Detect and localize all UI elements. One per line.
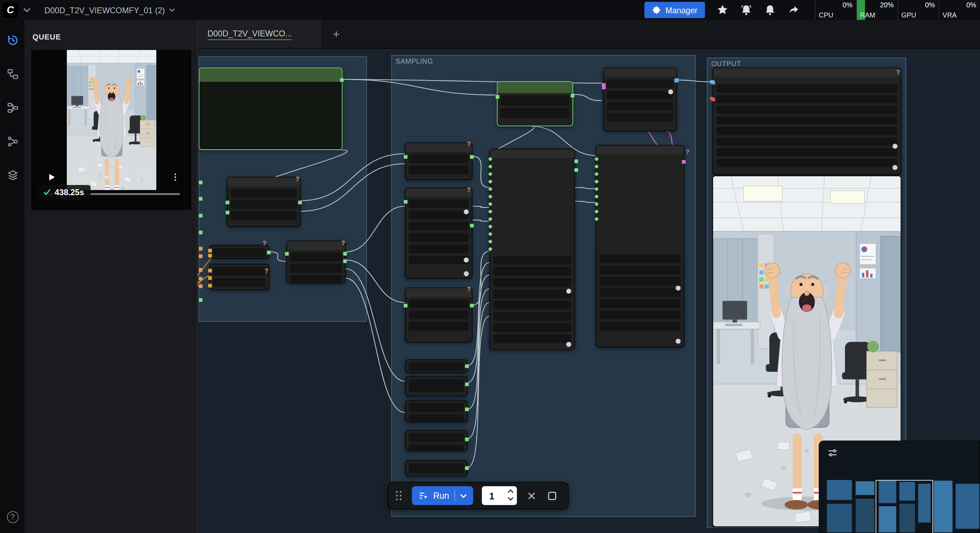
node-header[interactable] xyxy=(596,145,684,154)
cancel-run-button[interactable] xyxy=(525,490,537,501)
graph-node[interactable] xyxy=(199,67,342,150)
graph-node[interactable] xyxy=(405,400,468,423)
sidebar-item-node-library[interactable] xyxy=(0,95,25,120)
graph-node[interactable] xyxy=(596,145,684,348)
node-widget-row[interactable] xyxy=(607,113,673,122)
node-widget-row[interactable] xyxy=(409,222,469,231)
node-header[interactable] xyxy=(228,178,300,186)
graph-node[interactable] xyxy=(227,177,301,227)
node-header[interactable] xyxy=(287,241,345,250)
node-port[interactable] xyxy=(465,364,469,368)
link-port[interactable] xyxy=(199,197,202,201)
stepper-up-icon[interactable] xyxy=(507,488,514,495)
node-widget-row[interactable] xyxy=(501,108,570,118)
node-port[interactable] xyxy=(226,201,229,205)
node-port[interactable] xyxy=(208,276,212,280)
node-widget-row[interactable] xyxy=(231,189,297,197)
graph-node[interactable] xyxy=(405,376,468,396)
node-port[interactable] xyxy=(208,269,212,272)
node-port[interactable] xyxy=(465,438,469,441)
app-menu-chevron-icon[interactable] xyxy=(23,6,30,14)
node-widget-row[interactable] xyxy=(213,278,266,287)
batch-count-steppers[interactable] xyxy=(507,488,514,502)
node-widget-row[interactable] xyxy=(409,414,464,422)
node-widget-row[interactable] xyxy=(231,200,297,209)
node-widget-row[interactable] xyxy=(409,299,469,308)
node-header[interactable] xyxy=(406,143,472,152)
run-options-chevron-icon[interactable] xyxy=(460,492,467,499)
node-widget-row[interactable] xyxy=(409,433,464,442)
node-widget-row[interactable] xyxy=(409,362,464,371)
help-button[interactable]: ? xyxy=(0,504,25,529)
batch-count-input[interactable]: 1 xyxy=(482,486,517,505)
node-widget-row[interactable] xyxy=(409,322,469,331)
node-port[interactable] xyxy=(208,249,212,253)
node-widget-row[interactable] xyxy=(600,254,681,263)
node-widget-row[interactable] xyxy=(607,80,673,88)
link-port[interactable] xyxy=(199,231,202,234)
node-widget-row[interactable] xyxy=(493,334,571,343)
node-port[interactable] xyxy=(470,304,474,307)
node-output-dot[interactable] xyxy=(676,339,681,344)
node-output-dot[interactable] xyxy=(668,89,673,94)
node-port[interactable] xyxy=(226,210,229,215)
graph-node[interactable] xyxy=(405,360,468,373)
node-widget-row[interactable] xyxy=(409,256,469,264)
alert-bell-icon[interactable] xyxy=(764,4,776,16)
node-widget-row[interactable] xyxy=(607,102,673,110)
graph-node[interactable] xyxy=(405,288,473,342)
node-help-marker[interactable]: ? xyxy=(264,267,268,275)
comfyui-logo[interactable]: C xyxy=(2,2,18,18)
graph-node[interactable] xyxy=(489,149,575,350)
node-widget-row[interactable] xyxy=(409,245,469,253)
star-icon[interactable] xyxy=(716,4,729,16)
node-help-marker[interactable]: ? xyxy=(467,286,471,293)
node-widget-row[interactable] xyxy=(409,403,464,412)
node-widget-row[interactable] xyxy=(409,166,469,175)
fullscreen-button[interactable] xyxy=(135,171,148,183)
node-port[interactable] xyxy=(343,259,347,263)
node-widget-row[interactable] xyxy=(716,137,897,145)
node-port[interactable] xyxy=(285,252,289,256)
node-header[interactable] xyxy=(490,150,574,158)
node-help-marker[interactable]: ? xyxy=(296,175,299,183)
link-port[interactable] xyxy=(602,86,606,89)
link-port[interactable] xyxy=(199,180,202,184)
workflow-tab-active[interactable]: D00D_T2V_VIEWCO... xyxy=(197,20,323,48)
minimap-viewport[interactable] xyxy=(876,480,933,533)
node-port[interactable] xyxy=(404,155,407,159)
more-options-button[interactable] xyxy=(169,171,182,183)
notification-bell-icon[interactable] xyxy=(740,4,752,16)
link-port[interactable] xyxy=(199,254,202,258)
node-port[interactable] xyxy=(465,383,469,387)
node-help-marker[interactable]: ? xyxy=(262,240,267,247)
node-widget-row[interactable] xyxy=(600,322,681,331)
node-output-dot[interactable] xyxy=(676,286,681,291)
play-button[interactable] xyxy=(45,171,59,183)
node-widget-row[interactable] xyxy=(409,463,464,473)
node-widget-row[interactable] xyxy=(409,154,469,163)
node-header[interactable] xyxy=(604,68,676,77)
link-port[interactable] xyxy=(199,284,202,288)
node-widget-row[interactable] xyxy=(493,256,571,264)
node-widget-row[interactable] xyxy=(493,323,571,332)
link-port[interactable] xyxy=(710,80,714,84)
node-widget-row[interactable] xyxy=(290,264,342,272)
node-widget-row[interactable] xyxy=(409,233,469,242)
manager-button[interactable]: Manager xyxy=(644,2,705,18)
sidebar-item-queue[interactable] xyxy=(0,28,25,53)
node-widget-row[interactable] xyxy=(493,267,571,275)
node-widget-row[interactable] xyxy=(409,210,469,219)
node-port[interactable] xyxy=(267,251,271,255)
node-header[interactable] xyxy=(713,68,900,77)
node-widget-row[interactable] xyxy=(600,277,681,286)
node-widget-row[interactable] xyxy=(716,95,897,103)
graph-node[interactable] xyxy=(210,264,270,290)
node-widget-row[interactable] xyxy=(716,148,897,156)
sidebar-item-model-library[interactable] xyxy=(0,162,25,188)
node-widget-row[interactable] xyxy=(493,312,571,321)
node-port[interactable] xyxy=(682,160,686,164)
stop-button[interactable] xyxy=(546,490,558,501)
node-widget-row[interactable] xyxy=(213,267,266,275)
node-widget-row[interactable] xyxy=(290,253,342,261)
